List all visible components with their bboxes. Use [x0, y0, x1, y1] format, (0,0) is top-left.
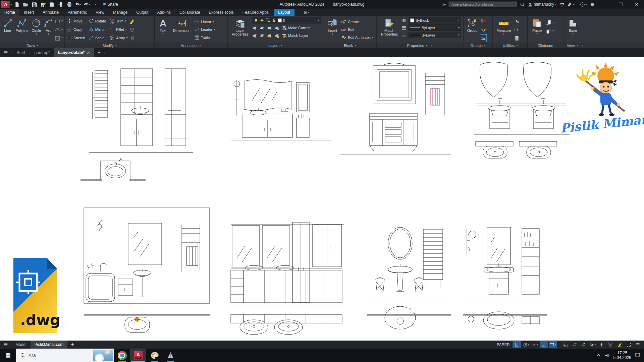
ribbon-tab-express-tools[interactable]: Express Tools [204, 9, 238, 16]
close-button[interactable]: ✕ [630, 0, 643, 9]
search-expand-arrow-icon[interactable]: ▶ [443, 3, 446, 6]
autodesk-menu-button[interactable]: ▾ [567, 2, 574, 7]
ribbon-tab-home[interactable]: Home [0, 9, 19, 16]
create-block-button[interactable]: Create [341, 18, 373, 25]
space-indicator[interactable]: PAPER [497, 343, 510, 347]
view-dialog-launcher-icon[interactable]: » [582, 44, 584, 48]
base-button[interactable]: Base▾ [565, 17, 581, 42]
layer-thaw-all-button[interactable] [267, 32, 272, 39]
file-tab-menu-button[interactable] [0, 48, 11, 57]
autoscale-toggle[interactable] [579, 341, 588, 348]
text-button[interactable]: AText▾ [157, 17, 169, 42]
file-tab-banyo-dolabi[interactable]: banyo-dolabi*✕ [54, 48, 94, 57]
quick-select-button[interactable] [514, 18, 520, 24]
help-button[interactable]: ?▾ [580, 2, 587, 7]
panel-label-modify[interactable]: Modify▾ [65, 43, 154, 48]
ribbon-tab-featured-apps[interactable]: Featured Apps [238, 9, 273, 16]
model-tab[interactable]: Model [11, 341, 31, 349]
fillet-button[interactable]: Fillet▾ [109, 25, 127, 34]
linetype-icon[interactable] [401, 33, 407, 38]
scale-button[interactable]: Scale [89, 34, 106, 42]
ribbon-tab-addins[interactable]: Add-ins [153, 9, 175, 16]
account-menu[interactable]: mimarlucky ▾ [528, 2, 556, 7]
layer-lock-button[interactable] [274, 24, 279, 31]
minimize-button[interactable]: — [598, 0, 611, 9]
panel-label-draw[interactable]: Draw▾ [0, 43, 64, 48]
mirror-button[interactable]: Mirror [89, 25, 106, 34]
measure-button[interactable]: Measure▾ [495, 17, 513, 42]
action-center-icon[interactable] [635, 352, 641, 358]
save-button[interactable] [30, 1, 38, 8]
new-layout-button[interactable]: + [67, 341, 77, 349]
rotate-button[interactable]: Rotate [89, 17, 106, 25]
panel-label-view[interactable]: View▾» [564, 43, 644, 48]
help-search-input[interactable] [448, 1, 517, 7]
autocad-app-menu-icon[interactable]: A [1, 1, 10, 8]
workspace-switching-button[interactable]: ▾ [588, 341, 597, 348]
lineweight-icon[interactable] [401, 25, 407, 31]
dimension-button[interactable]: Dimension [171, 17, 193, 42]
layer-prev-button[interactable] [259, 32, 265, 39]
health-dashboard-button[interactable] [590, 2, 595, 7]
redo-button[interactable]: ▾ [83, 1, 91, 8]
annotation-visibility-toggle[interactable] [570, 341, 579, 348]
object-snap-tracking-toggle[interactable] [540, 341, 548, 348]
taskbar-paint[interactable] [146, 349, 162, 362]
ribbon-tab-insert[interactable]: Insert [19, 9, 38, 16]
layer-walk-button[interactable] [259, 24, 265, 31]
layer-unisolate-button[interactable] [252, 32, 257, 39]
panel-label-groups[interactable]: Groups▾ [464, 43, 492, 48]
taskbar-3d-viewer[interactable] [162, 349, 178, 362]
overkill-button[interactable] [129, 35, 135, 42]
taskbar-chrome[interactable] [114, 349, 130, 362]
print-button[interactable] [65, 1, 73, 8]
panel-label-clipboard[interactable]: Clipboard [528, 43, 563, 48]
circle-button[interactable]: Circle▾ [31, 17, 42, 42]
undo-button[interactable]: ▾ [74, 1, 82, 8]
copy-clip-button[interactable]: ▾ [546, 28, 554, 35]
edit-block-button[interactable]: Edit [341, 26, 373, 33]
line-button[interactable]: Line [2, 17, 13, 42]
paste-button[interactable]: Paste▾ [530, 17, 544, 42]
layout-menu-button[interactable] [0, 341, 11, 349]
save-as-button[interactable] [39, 1, 47, 8]
taskbar-search-input[interactable] [29, 353, 79, 358]
taskbar-clock[interactable]: 17:25 5.04.2026 [613, 351, 631, 360]
panel-label-block[interactable]: Block▾ [323, 43, 376, 48]
ribbon-display-toggle[interactable]: ▣▾ [302, 9, 311, 16]
panel-label-utilities[interactable]: Utilities▾ [493, 43, 527, 48]
match-properties-button[interactable]: Match Properties [379, 17, 400, 42]
open-from-mobile-button[interactable] [56, 1, 64, 8]
arc-button[interactable]: Arc▾ [44, 17, 53, 42]
file-tab-start[interactable]: Start [13, 48, 29, 57]
isolate-objects-button[interactable] [606, 341, 615, 348]
ribbon-tab-view[interactable]: View [91, 9, 109, 16]
group-button[interactable]: Group [465, 17, 479, 42]
share-button[interactable]: Share [100, 1, 119, 8]
drawing-canvas[interactable]: Pislik Mimar [0, 57, 644, 341]
app-menu-caret-icon[interactable]: ▾ [11, 3, 12, 6]
restore-button[interactable]: ❐ [614, 0, 627, 9]
polyline-button[interactable]: Polyline [15, 17, 29, 42]
stretch-button[interactable]: Stretch [67, 34, 85, 42]
cut-button[interactable]: ▾ [546, 19, 554, 26]
ellipse-button[interactable]: ▾ [55, 26, 63, 33]
layer-properties-button[interactable]: Layer Properties [230, 17, 251, 42]
weather-widget-thumbnail[interactable] [93, 350, 113, 361]
search-button[interactable] [520, 2, 525, 7]
layer-freeze-button[interactable] [267, 24, 272, 31]
taskbar-search[interactable] [16, 349, 114, 362]
close-tab-icon[interactable]: ✕ [87, 51, 90, 55]
object-color-select[interactable]: ByBlock▾ [409, 17, 461, 23]
edit-attributes-button[interactable]: Edit Attributes▾ [341, 34, 373, 41]
customization-button[interactable] [634, 341, 642, 348]
move-button[interactable]: Move [67, 17, 85, 25]
app-store-button[interactable] [559, 2, 564, 7]
tray-expand-icon[interactable] [596, 353, 601, 358]
start-button[interactable] [0, 349, 16, 362]
clean-screen-button[interactable] [625, 341, 633, 348]
panel-label-annotation[interactable]: Annotation▾ [155, 43, 227, 48]
file-tab-gardrop[interactable]: gardrop* [31, 48, 54, 57]
trim-button[interactable]: Trim▾ [109, 17, 127, 25]
volume-icon[interactable] [604, 353, 610, 358]
